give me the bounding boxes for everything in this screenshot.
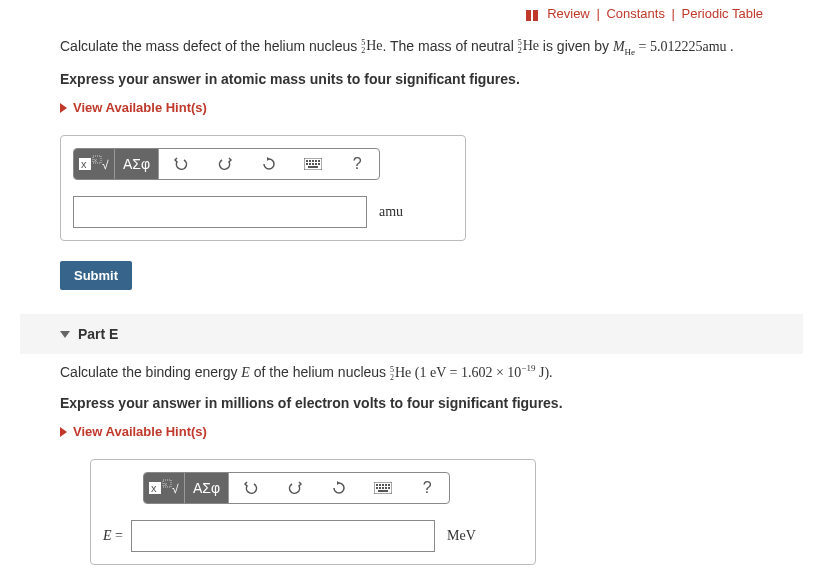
part-e-block: Calculate the binding energy E of the he… <box>20 362 803 577</box>
part-d-prompt: Calculate the mass defect of the helium … <box>60 36 763 59</box>
answer-box: xx√ ΑΣφ ? amu <box>60 135 466 241</box>
svg-rect-29 <box>379 487 381 489</box>
chevron-right-icon <box>60 427 67 437</box>
svg-rect-33 <box>378 490 388 492</box>
templates-button[interactable]: xx√ <box>144 473 185 503</box>
svg-text:x: x <box>151 482 157 494</box>
part-d-block: Calculate the mass defect of the helium … <box>20 36 803 298</box>
mass-value: = 5.012225amu . <box>635 39 734 54</box>
redo-icon <box>218 157 232 171</box>
svg-rect-13 <box>312 163 314 165</box>
part-e-title: Part E <box>78 326 118 342</box>
chevron-down-icon <box>60 331 70 338</box>
svg-rect-6 <box>306 160 308 162</box>
svg-text:√: √ <box>102 158 109 172</box>
svg-rect-14 <box>315 163 317 165</box>
periodic-table-link[interactable]: Periodic Table <box>682 6 763 21</box>
separator: | <box>596 6 599 21</box>
separator: | <box>672 6 675 21</box>
constants-link[interactable]: Constants <box>606 6 665 21</box>
answer-input[interactable] <box>131 520 435 552</box>
reset-button[interactable] <box>247 149 291 179</box>
svg-rect-12 <box>309 163 311 165</box>
prompt-text: Calculate the mass defect of the helium … <box>60 38 361 54</box>
prompt-text: is given by <box>539 38 613 54</box>
reset-button[interactable] <box>317 473 361 503</box>
nuclide-he5: 52He <box>390 366 411 382</box>
answer-input[interactable] <box>73 196 367 228</box>
templates-icon: xx√ <box>78 155 110 173</box>
keyboard-button[interactable] <box>291 149 335 179</box>
greek-button[interactable]: ΑΣφ <box>185 473 229 503</box>
svg-rect-31 <box>385 487 387 489</box>
undo-icon <box>244 481 258 495</box>
prompt-text: Calculate the binding energy <box>60 364 241 380</box>
review-link[interactable]: Review <box>547 6 590 21</box>
part-e-instruction: Express your answer in millions of elect… <box>60 393 763 414</box>
flag-icon <box>526 7 540 22</box>
equation-toolbar: xx√ ΑΣφ ? <box>143 472 450 504</box>
prompt-text: . The mass of neutral <box>383 38 518 54</box>
svg-rect-11 <box>306 163 308 165</box>
answer-box: xx√ ΑΣφ ? <box>90 459 536 565</box>
reset-icon <box>262 157 276 171</box>
svg-rect-24 <box>379 484 381 486</box>
undo-icon <box>174 157 188 171</box>
svg-text:x: x <box>94 157 97 163</box>
view-hints-toggle[interactable]: View Available Hint(s) <box>60 424 763 439</box>
view-hints-toggle[interactable]: View Available Hint(s) <box>60 100 763 115</box>
ev-expression: (1 eV = 1.602 × 10 <box>411 365 521 380</box>
part-d-instruction: Express your answer in atomic mass units… <box>60 69 763 90</box>
svg-rect-26 <box>385 484 387 486</box>
svg-rect-28 <box>376 487 378 489</box>
svg-text:x: x <box>81 158 87 170</box>
keyboard-icon <box>304 158 322 170</box>
top-links-bar: Review | Constants | Periodic Table <box>20 0 803 28</box>
svg-rect-16 <box>308 166 318 168</box>
nuclide-he5: 52He <box>518 39 539 55</box>
keyboard-button[interactable] <box>361 473 405 503</box>
undo-button[interactable] <box>159 149 203 179</box>
svg-text:x: x <box>164 481 167 487</box>
nuclide-he5: 52He <box>361 39 382 55</box>
help-button[interactable]: ? <box>335 149 379 179</box>
svg-rect-25 <box>382 484 384 486</box>
mass-symbol: M <box>613 39 625 54</box>
redo-button[interactable] <box>203 149 247 179</box>
unit-label: amu <box>379 204 403 220</box>
svg-text:√: √ <box>172 482 179 496</box>
greek-button[interactable]: ΑΣφ <box>115 149 159 179</box>
unit-label: MeV <box>447 528 476 544</box>
svg-rect-8 <box>312 160 314 162</box>
part-e-prompt: Calculate the binding energy E of the he… <box>60 362 763 383</box>
chevron-right-icon <box>60 103 67 113</box>
E-symbol: E <box>241 365 250 380</box>
svg-rect-10 <box>318 160 320 162</box>
ev-exponent: −19 <box>521 364 535 374</box>
redo-icon <box>288 481 302 495</box>
svg-rect-30 <box>382 487 384 489</box>
mass-subscript: He <box>625 47 636 57</box>
keyboard-icon <box>374 482 392 494</box>
submit-button[interactable]: Submit <box>60 261 132 290</box>
templates-button[interactable]: xx√ <box>74 149 115 179</box>
answer-prefix: E = <box>103 528 123 544</box>
reset-icon <box>332 481 346 495</box>
redo-button[interactable] <box>273 473 317 503</box>
svg-rect-9 <box>315 160 317 162</box>
svg-rect-32 <box>388 487 390 489</box>
ev-end: J). <box>535 365 552 380</box>
svg-rect-7 <box>309 160 311 162</box>
undo-button[interactable] <box>229 473 273 503</box>
equation-toolbar: xx√ ΑΣφ ? <box>73 148 380 180</box>
prompt-text: of the helium nucleus <box>250 364 390 380</box>
hints-label: View Available Hint(s) <box>73 424 207 439</box>
svg-rect-23 <box>376 484 378 486</box>
svg-rect-27 <box>388 484 390 486</box>
part-e-header[interactable]: Part E <box>20 314 803 354</box>
hints-label: View Available Hint(s) <box>73 100 207 115</box>
templates-icon: xx√ <box>148 479 180 497</box>
help-button[interactable]: ? <box>405 473 449 503</box>
svg-rect-15 <box>318 163 320 165</box>
